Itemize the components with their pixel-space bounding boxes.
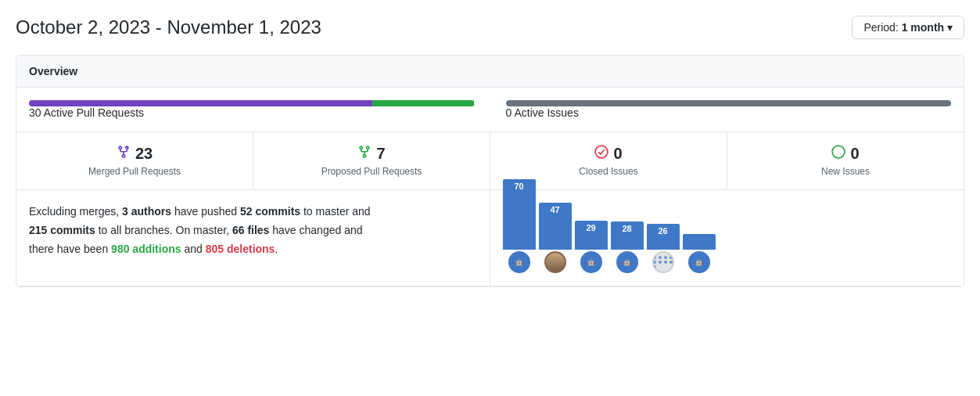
merged-pr-count: 23 [135, 145, 153, 163]
avatar-3: 🤖 [580, 251, 602, 273]
commits-mid2: to master and [300, 205, 371, 218]
circle-icon [831, 145, 845, 163]
active-bars-row: 30 Active Pull Requests 0 Active Issues [16, 88, 964, 132]
bar-group-3: 29 🤖 [575, 221, 608, 273]
pr-bar-proposed [372, 100, 475, 106]
bar-group-6: 🤖 [683, 234, 716, 273]
commits-suffix: . [275, 243, 278, 255]
commits-mid5: and [181, 243, 206, 255]
svg-point-1 [833, 146, 845, 158]
avatar-6: 🤖 [688, 251, 710, 273]
proposed-pr-label: Proposed Pull Requests [266, 166, 477, 177]
bar-value-4: 28 [622, 224, 631, 233]
avatar-5 [652, 251, 674, 273]
active-pr-label: 30 Active Pull Requests [29, 106, 144, 119]
commits-bar-chart: 70 🤖 47 29 [503, 203, 952, 273]
avatar-2 [544, 251, 566, 273]
bar-3: 29 [575, 221, 608, 250]
bar-4: 28 [611, 221, 644, 250]
bar-value-3: 29 [586, 223, 595, 232]
active-issues-label: 0 Active Issues [506, 106, 579, 119]
pr-section: 30 Active Pull Requests [29, 100, 475, 119]
overview-header: Overview [16, 56, 964, 88]
new-issues-count: 0 [850, 145, 859, 163]
svg-point-0 [596, 146, 608, 158]
commits-mid3: to all branches. On master, [95, 224, 232, 236]
avatar-1: 🤖 [508, 251, 530, 273]
commits-section: Excluding merges, 3 authors have pushed … [16, 190, 490, 286]
stats-row: 23 Merged Pull Requests 7 Proposed Pull … [16, 132, 964, 190]
issues-progress-bar [506, 100, 952, 106]
period-value: 1 month [902, 21, 944, 34]
closed-issues-label: Closed Issues [503, 166, 714, 177]
bar-group-4: 28 🤖 [611, 221, 644, 273]
overview-card: Overview 30 Active Pull Requests 0 Activ… [16, 55, 964, 287]
commits-files: 66 files [232, 224, 269, 236]
proposed-pr-number: 7 [266, 145, 477, 163]
bar-group-2: 47 [539, 203, 572, 273]
chevron-down-icon: ▾ [947, 21, 953, 34]
new-issues-stat: 0 New Issues [727, 132, 964, 189]
fork-icon [357, 145, 372, 163]
merge-icon [117, 145, 131, 163]
page-title: October 2, 2023 - November 1, 2023 [16, 16, 321, 38]
pr-bar-merged [29, 100, 372, 106]
commits-additions: 980 additions [111, 243, 181, 255]
commits-all-count: 215 commits [29, 224, 95, 236]
bar-6 [683, 234, 716, 250]
new-issues-number: 0 [740, 145, 951, 163]
period-label: Period: [863, 21, 898, 34]
bar-5: 26 [647, 224, 680, 250]
closed-issues-number: 0 [503, 145, 714, 163]
proposed-pr-count: 7 [376, 145, 385, 163]
commits-mid1: have pushed [171, 205, 240, 218]
merged-pr-stat: 23 Merged Pull Requests [16, 132, 253, 189]
new-issues-label: New Issues [740, 166, 951, 177]
bar-group-1: 70 🤖 [503, 179, 536, 273]
pr-progress-bar [29, 100, 475, 106]
period-selector[interactable]: Period: 1 month ▾ [852, 16, 964, 39]
commits-deletions: 805 deletions [206, 243, 275, 255]
bar-value-1: 70 [514, 182, 523, 191]
bar-2: 47 [539, 203, 572, 250]
merged-pr-number: 23 [29, 145, 240, 163]
bar-1: 70 [503, 179, 536, 250]
closed-issues-count: 0 [613, 145, 622, 163]
bottom-row: Excluding merges, 3 authors have pushed … [16, 190, 964, 286]
commits-prefix: Excluding merges, [29, 205, 122, 218]
check-circle-icon [594, 145, 608, 163]
commits-authors: 3 authors [122, 205, 171, 218]
chart-section: 70 🤖 47 29 [490, 190, 964, 286]
bar-value-2: 47 [550, 205, 559, 214]
commits-master-count: 52 commits [240, 205, 300, 218]
proposed-pr-stat: 7 Proposed Pull Requests [253, 132, 490, 189]
issues-section: 0 Active Issues [506, 100, 952, 119]
merged-pr-label: Merged Pull Requests [29, 166, 240, 177]
bar-group-5: 26 [647, 224, 680, 273]
bar-value-5: 26 [658, 226, 667, 236]
avatar-4: 🤖 [616, 251, 638, 273]
